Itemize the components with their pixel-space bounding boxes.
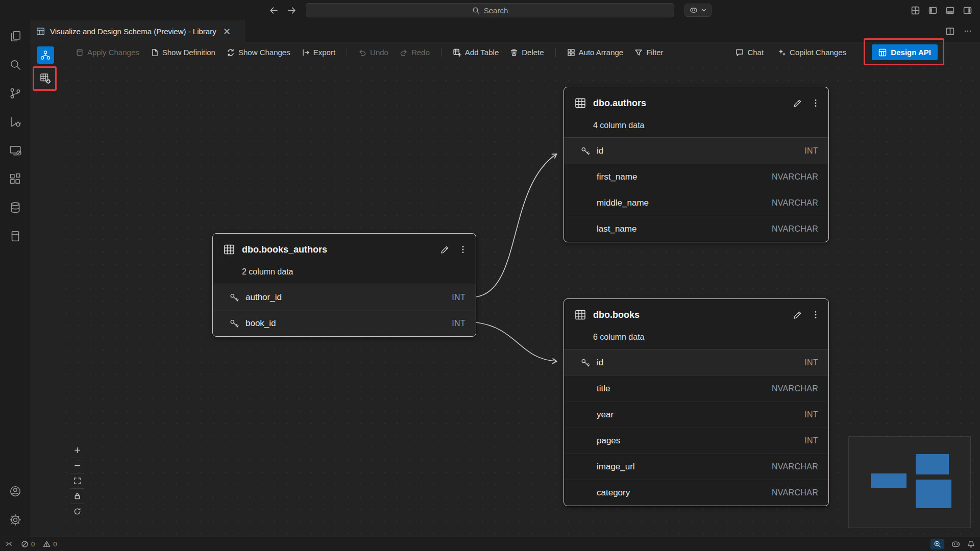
button-label: Chat — [747, 48, 764, 57]
toggle-sidebar-left-icon[interactable] — [928, 6, 937, 15]
file-code-icon — [151, 48, 159, 57]
table-subtitle: 6 column data — [564, 331, 828, 349]
table-row[interactable]: middle_name NVARCHAR — [564, 190, 828, 216]
table-card-authors[interactable]: dbo.authors 4 column data id INT — [564, 87, 829, 242]
column-name: id — [597, 146, 603, 156]
copilot-icon[interactable] — [951, 540, 960, 548]
table-title: dbo.books — [593, 310, 640, 320]
column-name: title — [597, 384, 610, 394]
apply-changes-button[interactable]: Apply Changes — [76, 48, 139, 57]
add-table-button[interactable]: Add Table — [453, 48, 499, 57]
tab-schema-designer[interactable]: Visualize and Design Schema (Preview) - … — [30, 20, 244, 42]
delete-button[interactable]: Delete — [510, 48, 544, 57]
sidebar-item-explorer[interactable] — [4, 24, 27, 48]
column-name: first_name — [597, 172, 637, 182]
table-card-books-authors[interactable]: dbo.books_authors 2 column data author_i… — [212, 233, 476, 337]
zoom-in-button[interactable] — [70, 442, 84, 458]
relationship-books-line[interactable] — [476, 322, 556, 361]
copilot-changes-button[interactable]: Copilot Changes — [778, 48, 846, 57]
split-editor-icon[interactable] — [946, 27, 954, 36]
show-definition-button[interactable]: Show Definition — [151, 48, 215, 57]
lock-icon — [74, 492, 81, 500]
editor-group: Visualize and Design Schema (Preview) - … — [30, 20, 980, 537]
redo-button[interactable]: Redo — [400, 48, 430, 57]
zoom-indicator[interactable] — [930, 539, 944, 549]
database-icon — [9, 201, 22, 214]
account-button[interactable] — [4, 480, 27, 503]
table-row[interactable]: pages INT — [564, 428, 828, 454]
remote-indicator[interactable] — [5, 540, 13, 548]
forward-arrow-icon[interactable] — [287, 6, 296, 15]
table-row[interactable]: book_id INT — [213, 310, 476, 336]
sidebar-item-sql-database[interactable] — [4, 196, 27, 219]
table-row[interactable]: category NVARCHAR — [564, 480, 828, 506]
source-control-icon — [9, 87, 22, 100]
lock-button[interactable] — [70, 488, 84, 504]
search-input[interactable]: Search — [306, 3, 674, 17]
minimap[interactable] — [848, 436, 971, 528]
fit-view-button[interactable] — [70, 473, 84, 488]
kebab-menu-icon[interactable] — [811, 98, 820, 108]
edit-pencil-icon[interactable] — [792, 310, 803, 320]
table-row[interactable]: id INT — [564, 138, 828, 164]
error-count[interactable]: 0 — [21, 540, 35, 548]
more-actions-icon[interactable] — [964, 27, 972, 35]
column-name: author_id — [246, 292, 282, 303]
sync-button[interactable] — [70, 504, 84, 519]
auto-arrange-button[interactable]: Auto Arrange — [567, 48, 624, 57]
sidebar-item-remote-explorer[interactable] — [4, 139, 27, 162]
bell-icon[interactable] — [967, 540, 975, 548]
sidebar-item-database-projects[interactable] — [4, 224, 27, 248]
database-projects-icon — [9, 230, 22, 243]
customize-layout-icon[interactable] — [911, 6, 920, 15]
export-icon — [302, 48, 310, 57]
chat-button[interactable]: Chat — [736, 48, 764, 57]
table-row[interactable]: first_name NVARCHAR — [564, 164, 828, 190]
design-api-button[interactable]: Design API — [872, 44, 938, 60]
table-card-books[interactable]: dbo.books 6 column data id INT — [564, 298, 829, 506]
undo-button[interactable]: Undo — [358, 48, 388, 57]
status-bar: 0 0 — [0, 537, 980, 551]
show-changes-button[interactable]: Show Changes — [227, 48, 290, 57]
table-row[interactable]: title NVARCHAR — [564, 375, 828, 402]
table-row[interactable]: author_id INT — [213, 284, 476, 310]
copilot-badge[interactable] — [684, 4, 712, 17]
button-label: Export — [313, 48, 335, 57]
export-button[interactable]: Export — [302, 48, 335, 57]
warning-count[interactable]: 0 — [43, 540, 57, 548]
sidebar-item-extensions[interactable] — [4, 167, 27, 191]
kebab-menu-icon[interactable] — [458, 245, 468, 254]
edit-pencil-icon[interactable] — [439, 244, 450, 255]
settings-button[interactable] — [4, 508, 27, 532]
relationship-authors-line[interactable] — [476, 154, 556, 297]
error-icon — [21, 540, 29, 548]
copilot-icon — [690, 6, 698, 14]
primary-key-icon — [579, 145, 592, 157]
button-label: Show Changes — [238, 48, 290, 57]
toggle-sidebar-right-icon[interactable] — [963, 6, 972, 15]
sidebar-item-run-debug[interactable] — [4, 110, 27, 134]
table-row[interactable]: id INT — [564, 349, 828, 375]
column-type: INT — [804, 358, 818, 367]
back-arrow-icon[interactable] — [270, 6, 278, 15]
toggle-panel-icon[interactable] — [946, 6, 954, 15]
chat-icon — [736, 48, 744, 57]
button-label: Design API — [891, 48, 931, 57]
visualize-schema-button[interactable] — [37, 46, 54, 64]
table-definition-button[interactable] — [37, 70, 54, 87]
column-name: pages — [597, 436, 620, 446]
edit-pencil-icon[interactable] — [792, 98, 803, 109]
schema-canvas[interactable]: dbo.books_authors 2 column data author_i… — [60, 62, 980, 537]
table-row[interactable]: year INT — [564, 402, 828, 428]
sidebar-item-source-control[interactable] — [4, 82, 27, 105]
title-bar: Search — [0, 0, 980, 20]
table-icon — [574, 309, 586, 321]
kebab-menu-icon[interactable] — [811, 310, 820, 319]
table-row[interactable]: image_url NVARCHAR — [564, 454, 828, 480]
filter-button[interactable]: Filter — [634, 48, 663, 57]
close-icon[interactable] — [224, 28, 230, 35]
sidebar-item-search[interactable] — [4, 53, 27, 77]
zoom-out-button[interactable] — [70, 458, 84, 473]
table-row[interactable]: last_name NVARCHAR — [564, 216, 828, 242]
button-label: Auto Arrange — [579, 48, 624, 57]
